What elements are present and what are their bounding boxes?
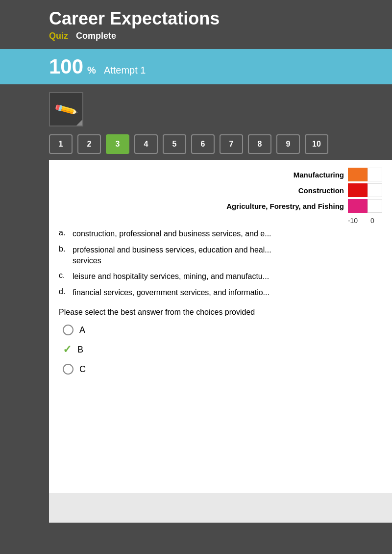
- num-btn-9[interactable]: 9: [276, 134, 300, 154]
- quiz-label: Quiz: [49, 31, 68, 41]
- choice-letter-b: b.: [59, 245, 73, 253]
- axis-label-zero: 0: [363, 217, 382, 225]
- choice-text-a: construction, professional and business …: [73, 228, 382, 239]
- content-box: Manufacturing Construction Agriculture, …: [49, 160, 392, 493]
- choice-letter-a: a.: [59, 228, 73, 237]
- num-btn-1[interactable]: 1: [49, 134, 73, 154]
- radio-label-a: A: [79, 325, 85, 335]
- bar-manufacturing: [348, 168, 368, 181]
- checkmark-b: ✓: [63, 343, 72, 356]
- radio-circle-c: [63, 364, 74, 375]
- num-btn-8[interactable]: 8: [248, 134, 271, 154]
- chart-container: Manufacturing Construction Agriculture, …: [59, 168, 382, 225]
- choice-b: b. professional and business services, e…: [59, 245, 382, 267]
- score-number: 100: [49, 55, 83, 78]
- choices-list: a. construction, professional and busine…: [59, 228, 382, 298]
- subtitle-row: Quiz Complete: [49, 31, 382, 41]
- chart-label-agriculture: Agriculture, Forestry, and Fishing: [59, 202, 348, 210]
- num-btn-3[interactable]: 3: [106, 134, 129, 154]
- bar-agriculture-white: [368, 199, 382, 213]
- chart-visual: Manufacturing Construction Agriculture, …: [59, 168, 382, 225]
- choice-a: a. construction, professional and busine…: [59, 228, 382, 239]
- bar-agriculture: [348, 199, 368, 213]
- pencil-icon: ✏️: [53, 97, 79, 123]
- pencil-corner: [76, 120, 82, 126]
- num-btn-5[interactable]: 5: [163, 134, 186, 154]
- chart-label-manufacturing: Manufacturing: [59, 171, 348, 179]
- bar-manufacturing-white: [368, 168, 382, 181]
- num-btn-2[interactable]: 2: [77, 134, 101, 154]
- choice-text-d: financial services, government services,…: [73, 287, 382, 298]
- bottom-area: [49, 493, 392, 523]
- score-bar: 100 % Attempt 1: [0, 49, 392, 84]
- choice-c: c. leisure and hospitality services, min…: [59, 271, 382, 282]
- bar-construction: [348, 183, 368, 197]
- chart-label-construction: Construction: [59, 186, 348, 195]
- chart-row-construction: Construction: [59, 183, 382, 197]
- radio-circle-a: [63, 325, 74, 335]
- choice-letter-d: d.: [59, 287, 73, 296]
- complete-label: Complete: [76, 31, 116, 41]
- header-section: Career Expectations Quiz Complete: [0, 0, 392, 45]
- page-title: Career Expectations: [49, 8, 382, 29]
- num-btn-10[interactable]: 10: [305, 134, 328, 154]
- choice-d: d. financial services, government servic…: [59, 287, 382, 298]
- num-btn-4[interactable]: 4: [134, 134, 158, 154]
- choice-text-b: professional and business services, educ…: [73, 245, 382, 267]
- pencil-box: ✏️: [49, 92, 83, 126]
- axis-row: -10 0: [59, 217, 382, 225]
- axis-label-neg10: -10: [343, 217, 363, 225]
- radio-option-a[interactable]: A: [63, 325, 382, 335]
- chart-row-agriculture: Agriculture, Forestry, and Fishing: [59, 199, 382, 213]
- radio-label-c: C: [79, 364, 86, 375]
- attempt-label: Attempt 1: [104, 65, 146, 76]
- radio-group: A ✓ B C: [63, 325, 382, 375]
- pencil-area: ✏️: [0, 84, 392, 130]
- numbers-row: 1 2 3 4 5 6 7 8 9 10: [0, 130, 392, 160]
- radio-label-b: B: [77, 345, 83, 355]
- choice-text-c: leisure and hospitality services, mining…: [73, 271, 382, 282]
- radio-option-b[interactable]: ✓ B: [63, 343, 382, 356]
- score-percent: %: [87, 65, 96, 76]
- bar-construction-white: [368, 183, 382, 197]
- num-btn-7[interactable]: 7: [220, 134, 243, 154]
- instruction-text: Please select the best answer from the c…: [59, 308, 382, 317]
- radio-option-c[interactable]: C: [63, 364, 382, 375]
- num-btn-6[interactable]: 6: [191, 134, 215, 154]
- chart-row-manufacturing: Manufacturing: [59, 168, 382, 181]
- choice-letter-c: c.: [59, 271, 73, 280]
